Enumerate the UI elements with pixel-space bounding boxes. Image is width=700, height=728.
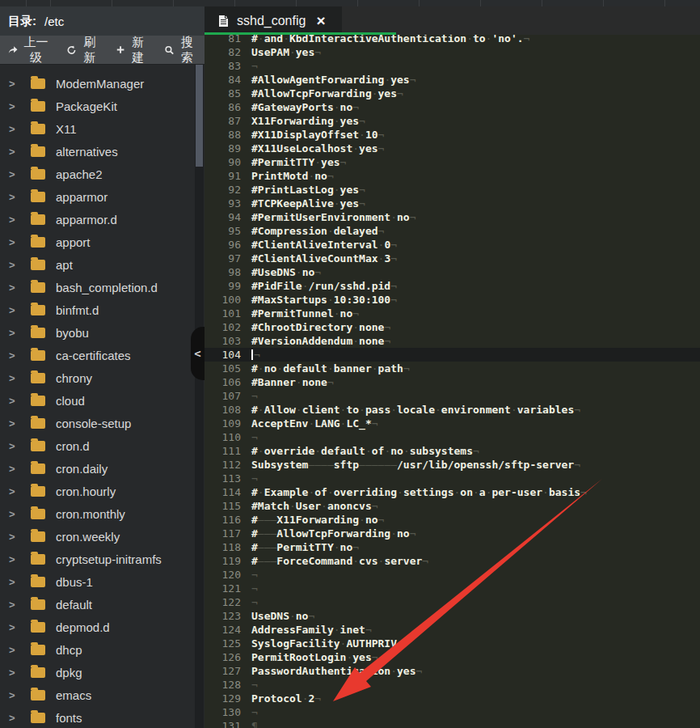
folder-item-chrony[interactable]: >chrony [0,366,195,389]
code-line-119[interactable]: 119#–––ForceCommand·cvs·server¬ [205,554,700,568]
code-line-82[interactable]: 82UsePAM·yes¬ [205,45,700,59]
tab-sshd-config[interactable]: sshd_config × [205,6,342,35]
code-line-98[interactable]: 98#UseDNS·no¬ [205,265,700,279]
folder-item-cron.d[interactable]: >cron.d [0,434,195,457]
code-line-84[interactable]: 84#AllowAgentForwarding·yes¬ [205,73,700,87]
code-line-129[interactable]: 129Protocol·2¬ [205,692,700,705]
editor-tabbar: sshd_config × [205,6,700,35]
code-line-127[interactable]: 127PasswordAuthentication·yes¬ [205,664,700,678]
code-line-85[interactable]: 85#AllowTcpForwarding·yes¬ [205,87,700,100]
folder-item-bash_completion.d[interactable]: >bash_completion.d [0,276,195,298]
folder-icon [31,214,45,225]
code-line-90[interactable]: 90#PermitTTY·yes¬ [205,155,700,169]
sidebar-scrollbar[interactable] [195,65,204,728]
code-line-130[interactable]: 130¬ [205,705,700,719]
search-button[interactable]: 搜索 [165,35,196,66]
folder-item-emacs[interactable]: >emacs [0,684,195,706]
close-tab-icon[interactable]: × [316,13,325,28]
up-level-button[interactable]: 上一级 [8,35,50,66]
code-line-103[interactable]: 103#VersionAddendum·none¬ [205,334,700,348]
code-line-99[interactable]: 99#PidFile·/run/sshd.pid¬ [205,279,700,293]
line-text: X11Forwarding·yes¬ [251,114,365,128]
code-line-93[interactable]: 93#TCPKeepAlive·yes¬ [205,197,700,210]
folder-item-cron.daily[interactable]: >cron.daily [0,457,195,480]
code-line-112[interactable]: 112Subsystem––––sftp––––––/usr/lib/opens… [205,458,700,472]
code-line-101[interactable]: 101#PermitTunnel·no¬ [205,307,700,320]
folder-item-cron.weekly[interactable]: >cron.weekly [0,525,195,548]
line-number: 114 [205,485,241,499]
folder-label: dpkg [56,666,82,679]
code-line-105[interactable]: 105#·no·default·banner·path¬ [205,362,700,375]
code-line-91[interactable]: 91PrintMotd·no¬ [205,169,700,183]
code-line-96[interactable]: 96#ClientAliveInterval·0¬ [205,238,700,252]
code-line-110[interactable]: 110¬ [205,430,700,444]
code-line-107[interactable]: 107¬ [205,389,700,403]
code-line-81[interactable]: 81#·and·KbdInteractiveAuthentication·to·… [205,35,700,45]
folder-item-apparmor[interactable]: >apparmor [0,185,195,208]
folder-item-cron.monthly[interactable]: >cron.monthly [0,502,195,525]
folder-item-cryptsetup-initramfs[interactable]: >cryptsetup-initramfs [0,548,195,570]
code-line-117[interactable]: 117#–––AllowTcpForwarding·no¬ [205,527,700,540]
refresh-button[interactable]: 刷新 [67,35,99,66]
code-line-118[interactable]: 118#–––PermitTTY·no¬ [205,540,700,554]
code-line-88[interactable]: 88#X11DisplayOffset·10¬ [205,128,700,142]
folder-item-byobu[interactable]: >byobu [0,321,195,344]
code-line-106[interactable]: 106#Banner·none¬ [205,375,700,389]
code-line-94[interactable]: 94#PermitUserEnvironment·no¬ [205,210,700,224]
code-line-95[interactable]: 95#Compression·delayed¬ [205,224,700,238]
code-line-115[interactable]: 115#Match·User·anoncvs¬ [205,499,700,513]
code-line-102[interactable]: 102#ChrootDirectory·none¬ [205,320,700,334]
folder-item-default[interactable]: >default [0,593,195,616]
code-line-97[interactable]: 97#ClientAliveCountMax·3¬ [205,252,700,265]
folder-item-depmod.d[interactable]: >depmod.d [0,616,195,638]
code-line-124[interactable]: 124AddressFamily·inet¬ [205,623,700,637]
folder-item-apparmor.d[interactable]: >apparmor.d [0,208,195,231]
code-area[interactable]: 81#·and·KbdInteractiveAuthentication·to·… [205,35,700,728]
code-line-113[interactable]: 113¬ [205,472,700,485]
line-number: 113 [205,472,241,485]
code-line-109[interactable]: 109AcceptEnv·LANG·LC_*¬ [205,417,700,430]
folder-label: apparmor [56,190,108,204]
folder-item-ca-certificates[interactable]: >ca-certificates [0,344,195,366]
code-line-121[interactable]: 121¬ [205,582,700,595]
code-line-108[interactable]: 108#·Allow·client·to·pass·locale·environ… [205,403,700,417]
code-line-86[interactable]: 86#GatewayPorts·no¬ [205,100,700,114]
code-line-125[interactable]: 125SyslogFacility·AUTHPRIV¬ [205,637,700,650]
folder-item-alternatives[interactable]: >alternatives [0,140,195,163]
line-number: 104 [205,348,241,362]
folder-item-cron.hourly[interactable]: >cron.hourly [0,480,195,502]
new-button[interactable]: 新建 [116,35,148,66]
code-line-128[interactable]: 128¬ [205,678,700,692]
code-line-83[interactable]: 83¬ [205,59,700,73]
code-line-120[interactable]: 120¬ [205,568,700,582]
code-line-116[interactable]: 116#–––X11Forwarding·no¬ [205,513,700,527]
folder-item-dhcp[interactable]: >dhcp [0,638,195,661]
folder-item-ModemManager[interactable]: >ModemManager [0,72,195,95]
code-line-114[interactable]: 114#·Example·of·overriding·settings·on·a… [205,485,700,499]
code-line-111[interactable]: 111#·override·default·of·no·subsystems¬ [205,444,700,458]
folder-item-binfmt.d[interactable]: >binfmt.d [0,298,195,321]
code-line-100[interactable]: 100#MaxStartups·10:30:100¬ [205,293,700,307]
chevron-right-icon: > [9,78,20,90]
folder-item-apache2[interactable]: >apache2 [0,163,195,185]
code-line-123[interactable]: 123UseDNS·no¬ [205,609,700,623]
folder-icon [31,282,45,293]
folder-item-console-setup[interactable]: >console-setup [0,412,195,434]
code-line-104[interactable]: 104¬ [205,348,700,362]
sidebar-scrollbar-thumb[interactable] [196,65,203,167]
folder-item-dpkg[interactable]: >dpkg [0,661,195,684]
code-line-92[interactable]: 92#PrintLastLog·yes¬ [205,183,700,197]
folder-item-fonts[interactable]: >fonts [0,706,195,728]
collapse-sidebar-handle[interactable]: < [191,327,205,380]
code-line-122[interactable]: 122¬ [205,595,700,609]
folder-item-apport[interactable]: >apport [0,231,195,253]
folder-item-cloud[interactable]: >cloud [0,389,195,412]
code-line-87[interactable]: 87X11Forwarding·yes¬ [205,114,700,128]
folder-item-dbus-1[interactable]: >dbus-1 [0,570,195,593]
code-line-131[interactable]: 131¶ [205,719,700,728]
folder-item-X11[interactable]: >X11 [0,117,195,140]
folder-item-apt[interactable]: >apt [0,253,195,276]
folder-item-PackageKit[interactable]: >PackageKit [0,95,195,117]
code-line-89[interactable]: 89#X11UseLocalhost·yes¬ [205,142,700,155]
code-line-126[interactable]: 126PermitRootLogin·yes¬ [205,650,700,664]
